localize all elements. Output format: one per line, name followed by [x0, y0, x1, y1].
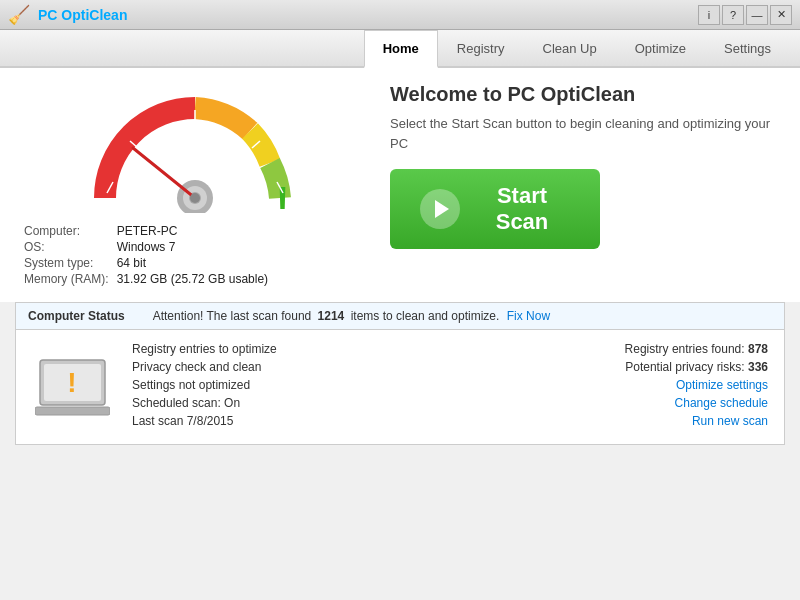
- title-bar: 🧹 PC OptiClean i ? — ✕: [0, 0, 800, 30]
- status-row-registry: Registry entries to optimize Registry en…: [132, 342, 768, 356]
- status-body: ! Registry entries to optimize Registry …: [16, 330, 784, 444]
- privacy-risks-value: Potential privacy risks: 336: [625, 360, 768, 374]
- main-content: Computer: PETER-PC OS: Windows 7 System …: [0, 68, 800, 594]
- right-panel: Welcome to PC OptiClean Select the Start…: [370, 83, 780, 287]
- info-button[interactable]: i: [698, 5, 720, 25]
- status-header: Computer Status Attention! The last scan…: [16, 303, 784, 330]
- tab-registry[interactable]: Registry: [438, 30, 524, 68]
- top-section: Computer: PETER-PC OS: Windows 7 System …: [0, 68, 800, 302]
- pc-info: Computer: PETER-PC OS: Windows 7 System …: [20, 223, 370, 287]
- settings-label: Settings not optimized: [132, 378, 250, 392]
- svg-rect-12: [35, 407, 110, 415]
- speedometer: [85, 83, 305, 213]
- status-row-schedule: Scheduled scan: On Change schedule: [132, 396, 768, 410]
- svg-text:!: !: [67, 367, 76, 398]
- status-items: Registry entries to optimize Registry en…: [132, 342, 768, 432]
- svg-point-9: [190, 193, 200, 203]
- registry-optimize-label: Registry entries to optimize: [132, 342, 277, 356]
- registry-found-value: Registry entries found: 878: [625, 342, 768, 356]
- tab-cleanup[interactable]: Clean Up: [524, 30, 616, 68]
- change-schedule-link[interactable]: Change schedule: [675, 396, 768, 410]
- status-row-last-scan: Last scan 7/8/2015 Run new scan: [132, 414, 768, 428]
- app-title-prefix: PC: [38, 7, 61, 23]
- nav-bar: Home Registry Clean Up Optimize Settings: [0, 30, 800, 68]
- computer-label: Computer:: [20, 223, 113, 239]
- computer-status-label: Computer Status: [28, 309, 125, 323]
- scheduled-scan-label: Scheduled scan: On: [132, 396, 240, 410]
- privacy-label: Privacy check and clean: [132, 360, 261, 374]
- tab-home[interactable]: Home: [364, 30, 438, 68]
- registry-count: 878: [748, 342, 768, 356]
- status-row-settings: Settings not optimized Optimize settings: [132, 378, 768, 392]
- welcome-description: Select the Start Scan button to begin cl…: [390, 114, 780, 153]
- optimize-settings-link[interactable]: Optimize settings: [676, 378, 768, 392]
- start-scan-label: Start Scan: [474, 183, 570, 235]
- os-value: Windows 7: [113, 239, 272, 255]
- computer-row: Computer: PETER-PC: [20, 223, 272, 239]
- privacy-count: 336: [748, 360, 768, 374]
- tab-settings[interactable]: Settings: [705, 30, 790, 68]
- play-icon: [420, 189, 460, 229]
- status-section: Computer Status Attention! The last scan…: [15, 302, 785, 445]
- start-scan-button[interactable]: Start Scan: [390, 169, 600, 249]
- memory-label: Memory (RAM):: [20, 271, 113, 287]
- minimize-button[interactable]: —: [746, 5, 768, 25]
- left-panel: Computer: PETER-PC OS: Windows 7 System …: [20, 83, 370, 287]
- system-type-row: System type: 64 bit: [20, 255, 272, 271]
- system-type-label: System type:: [20, 255, 113, 271]
- fix-now-link[interactable]: Fix Now: [507, 309, 550, 323]
- title-bar-controls: i ? — ✕: [698, 5, 792, 25]
- welcome-title: Welcome to PC OptiClean: [390, 83, 780, 106]
- attention-text: Attention! The last scan found 1214 item…: [153, 309, 550, 323]
- last-scan-label: Last scan 7/8/2015: [132, 414, 233, 428]
- title-bar-left: 🧹 PC OptiClean: [8, 4, 127, 26]
- computer-value: PETER-PC: [113, 223, 272, 239]
- play-triangle-icon: [435, 200, 449, 218]
- warning-icon-container: !: [32, 342, 112, 432]
- os-row: OS: Windows 7: [20, 239, 272, 255]
- app-logo: 🧹: [8, 4, 30, 26]
- app-title-brand: OptiClean: [61, 7, 127, 23]
- help-button[interactable]: ?: [722, 5, 744, 25]
- laptop-warning-icon: !: [35, 355, 110, 420]
- memory-row: Memory (RAM): 31.92 GB (25.72 GB usable): [20, 271, 272, 287]
- close-button[interactable]: ✕: [770, 5, 792, 25]
- system-type-value: 64 bit: [113, 255, 272, 271]
- status-row-privacy: Privacy check and clean Potential privac…: [132, 360, 768, 374]
- os-label: OS:: [20, 239, 113, 255]
- svg-line-8: [133, 148, 195, 198]
- memory-value: 31.92 GB (25.72 GB usable): [113, 271, 272, 287]
- run-new-scan-link[interactable]: Run new scan: [692, 414, 768, 428]
- scan-count: 1214: [318, 309, 345, 323]
- app-title: PC OptiClean: [38, 7, 127, 23]
- tab-optimize[interactable]: Optimize: [616, 30, 705, 68]
